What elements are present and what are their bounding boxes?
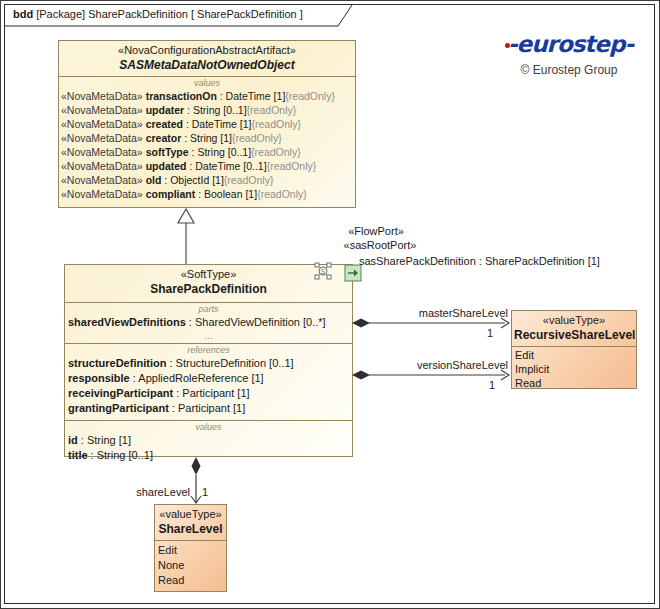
value-row[interactable]: title : String [0..1]: [65, 448, 352, 461]
compartment-label: parts: [65, 303, 352, 315]
literals-compartment: Edit None Read: [155, 541, 226, 588]
logo-text: -eurostep-: [508, 31, 633, 57]
value-row[interactable]: id : String [1]: [65, 433, 352, 448]
assoc-label-versionsharelevel[interactable]: versionShareLevel: [368, 359, 508, 371]
diagram-canvas: bdd [Package] SharePackDefinition [ Shar…: [0, 0, 660, 609]
class-header: «valueType» ShareLevel: [155, 505, 226, 541]
enum-literal[interactable]: Edit: [155, 543, 226, 558]
class-header: «valueType» RecursiveShareLevel: [512, 311, 636, 347]
enum-literal[interactable]: Read: [512, 376, 636, 390]
parts-compartment: parts sharedViewDefinitions : SharedView…: [65, 303, 352, 343]
class-name: RecursiveShareLevel: [514, 327, 634, 343]
literals-compartment: Edit Implicit Read: [512, 347, 636, 390]
class-stereotype: «NovaConfigurationAbstractArtifact»: [61, 43, 353, 57]
values-compartment: values «NovaMetaData» transactionOn : Da…: [59, 77, 355, 201]
diagram-title: [Package] SharePackDefinition [ SharePac…: [33, 8, 303, 20]
class-sharepackdefinition[interactable]: «SoftType» SharePackDefinition parts sha…: [64, 264, 353, 457]
class-stereotype: «valueType»: [514, 313, 634, 327]
enum-literal[interactable]: None: [155, 558, 226, 573]
port-label[interactable]: sasSharePackDefinition : SharePackDefini…: [359, 255, 600, 267]
reference-row[interactable]: receivingParticipant : Participant [1]: [65, 386, 352, 401]
svg-text:S: S: [321, 268, 326, 275]
compartment-label: values: [65, 421, 352, 433]
assoc-label-sharelevel[interactable]: shareLevel: [110, 486, 190, 498]
references-compartment: references structureDefinition : Structu…: [65, 343, 352, 420]
eurostep-logo: -eurostep- © Eurostep Group: [491, 31, 647, 77]
class-stereotype: «SoftType»: [67, 267, 350, 281]
structure-icon[interactable]: S: [314, 262, 332, 280]
class-recursivesharelevel[interactable]: «valueType» RecursiveShareLevel Edit Imp…: [511, 310, 637, 389]
class-stereotype: «valueType»: [157, 507, 224, 521]
assoc-mult-sharelevel: 1: [202, 486, 208, 498]
enum-literal[interactable]: Read: [155, 573, 226, 588]
attribute-row[interactable]: «NovaMetaData» created : DateTime [1]{re…: [59, 117, 355, 131]
attribute-row[interactable]: «NovaMetaData» softType : String [0..1]{…: [59, 145, 355, 159]
reference-row[interactable]: grantingParticipant : Participant [1]: [65, 401, 352, 416]
diagram-title-tab: bdd [Package] SharePackDefinition [ Shar…: [13, 8, 303, 20]
class-header: «SoftType» SharePackDefinition: [65, 265, 352, 303]
class-name: SASMetaDataNotOwnedObject: [61, 57, 353, 73]
attribute-row[interactable]: «NovaMetaData» creator : String [1]{read…: [59, 131, 355, 145]
class-name: SharePackDefinition: [67, 281, 350, 297]
attribute-row[interactable]: «NovaMetaData» old : ObjectId [1]{readOn…: [59, 173, 355, 187]
diagram-kind: bdd: [13, 8, 33, 20]
port-stereotype-sasrootport: «sasRootPort»: [343, 239, 417, 251]
class-name: ShareLevel: [157, 521, 224, 537]
part-row[interactable]: sharedViewDefinitions : SharedViewDefini…: [65, 315, 352, 330]
assoc-mult-mastersharelevel: 1: [487, 327, 493, 339]
reference-row[interactable]: structureDefinition : StructureDefinitio…: [65, 356, 352, 371]
enum-literal[interactable]: Implicit: [512, 362, 636, 376]
attribute-row[interactable]: «NovaMetaData» transactionOn : DateTime …: [59, 89, 355, 103]
assoc-label-mastersharelevel[interactable]: masterShareLevel: [368, 307, 508, 319]
attribute-row[interactable]: «NovaMetaData» updated : DateTime [0..1]…: [59, 159, 355, 173]
port-stereotype-flowport: «FlowPort»: [345, 225, 407, 237]
assoc-mult-versionsharelevel: 1: [489, 379, 495, 391]
enum-literal[interactable]: Edit: [512, 348, 636, 362]
class-header: «NovaConfigurationAbstractArtifact» SASM…: [59, 41, 355, 77]
compartment-label: references: [65, 344, 352, 356]
attribute-row[interactable]: «NovaMetaData» updater : String [0..1]{r…: [59, 103, 355, 117]
class-sasmetadatanotownedobject[interactable]: «NovaConfigurationAbstractArtifact» SASM…: [58, 40, 356, 208]
values-compartment: values id : String [1] title : String [0…: [65, 420, 352, 461]
parts-ellipsis[interactable]: ...: [65, 330, 352, 341]
reference-row[interactable]: responsible : AppliedRoleReference [1]: [65, 371, 352, 386]
class-sharelevel[interactable]: «valueType» ShareLevel Edit None Read: [154, 504, 227, 592]
attribute-row[interactable]: «NovaMetaData» compliant : Boolean [1]{r…: [59, 187, 355, 201]
compartment-label: values: [59, 77, 355, 89]
copyright-text: © Eurostep Group: [491, 63, 647, 77]
